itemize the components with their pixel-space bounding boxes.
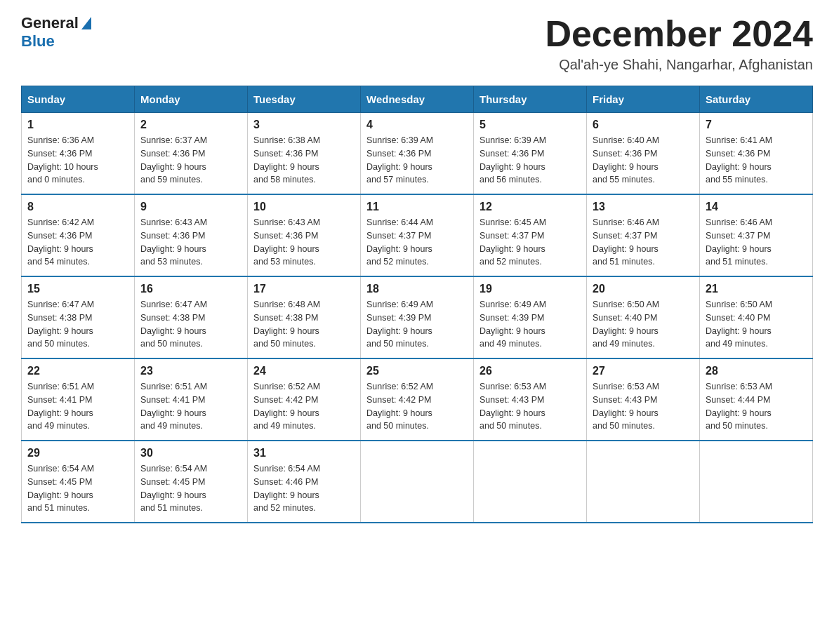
month-year-title: December 2024 xyxy=(545,14,813,54)
calendar-cell: 3Sunrise: 6:38 AMSunset: 4:36 PMDaylight… xyxy=(248,113,361,195)
logo-general-text: General xyxy=(21,14,79,32)
col-sunday: Sunday xyxy=(22,86,135,113)
day-info: Sunrise: 6:50 AMSunset: 4:40 PMDaylight:… xyxy=(706,298,807,351)
calendar-cell xyxy=(361,441,474,523)
calendar-week-row: 1Sunrise: 6:36 AMSunset: 4:36 PMDaylight… xyxy=(22,113,813,195)
calendar-cell xyxy=(474,441,587,523)
day-info: Sunrise: 6:36 AMSunset: 4:36 PMDaylight:… xyxy=(27,134,128,187)
day-info: Sunrise: 6:54 AMSunset: 4:45 PMDaylight:… xyxy=(27,462,128,515)
day-number: 26 xyxy=(479,365,581,377)
day-info: Sunrise: 6:42 AMSunset: 4:36 PMDaylight:… xyxy=(27,216,128,269)
calendar-body: 1Sunrise: 6:36 AMSunset: 4:36 PMDaylight… xyxy=(22,113,813,523)
calendar-cell: 18Sunrise: 6:49 AMSunset: 4:39 PMDayligh… xyxy=(361,276,474,358)
day-number: 28 xyxy=(706,365,807,377)
day-info: Sunrise: 6:50 AMSunset: 4:40 PMDaylight:… xyxy=(593,298,694,351)
calendar-cell: 25Sunrise: 6:52 AMSunset: 4:42 PMDayligh… xyxy=(361,358,474,441)
calendar-week-row: 22Sunrise: 6:51 AMSunset: 4:41 PMDayligh… xyxy=(22,358,813,441)
day-info: Sunrise: 6:53 AMSunset: 4:43 PMDaylight:… xyxy=(479,380,581,433)
day-number: 7 xyxy=(706,119,807,131)
calendar-week-row: 15Sunrise: 6:47 AMSunset: 4:38 PMDayligh… xyxy=(22,276,813,358)
day-number: 4 xyxy=(366,119,468,131)
col-monday: Monday xyxy=(135,86,248,113)
calendar-cell: 16Sunrise: 6:47 AMSunset: 4:38 PMDayligh… xyxy=(135,276,248,358)
day-info: Sunrise: 6:46 AMSunset: 4:37 PMDaylight:… xyxy=(593,216,694,269)
col-thursday: Thursday xyxy=(474,86,587,113)
day-number: 16 xyxy=(140,283,241,295)
calendar-cell: 21Sunrise: 6:50 AMSunset: 4:40 PMDayligh… xyxy=(700,276,813,358)
calendar-cell: 23Sunrise: 6:51 AMSunset: 4:41 PMDayligh… xyxy=(135,358,248,441)
day-number: 6 xyxy=(593,119,694,131)
day-info: Sunrise: 6:44 AMSunset: 4:37 PMDaylight:… xyxy=(366,216,468,269)
day-number: 12 xyxy=(479,201,581,213)
calendar-header: Sunday Monday Tuesday Wednesday Thursday… xyxy=(22,86,813,113)
calendar-cell: 8Sunrise: 6:42 AMSunset: 4:36 PMDaylight… xyxy=(22,194,135,276)
calendar-cell: 20Sunrise: 6:50 AMSunset: 4:40 PMDayligh… xyxy=(587,276,700,358)
calendar-cell: 31Sunrise: 6:54 AMSunset: 4:46 PMDayligh… xyxy=(248,441,361,523)
calendar-cell: 4Sunrise: 6:39 AMSunset: 4:36 PMDaylight… xyxy=(361,113,474,195)
day-number: 9 xyxy=(140,201,241,213)
day-number: 2 xyxy=(140,119,241,131)
day-info: Sunrise: 6:53 AMSunset: 4:43 PMDaylight:… xyxy=(593,380,694,433)
day-number: 17 xyxy=(253,283,355,295)
day-number: 30 xyxy=(140,447,241,459)
day-info: Sunrise: 6:51 AMSunset: 4:41 PMDaylight:… xyxy=(140,380,241,433)
day-info: Sunrise: 6:37 AMSunset: 4:36 PMDaylight:… xyxy=(140,134,241,187)
day-number: 27 xyxy=(593,365,694,377)
calendar-cell: 15Sunrise: 6:47 AMSunset: 4:38 PMDayligh… xyxy=(22,276,135,358)
day-number: 11 xyxy=(366,201,468,213)
day-number: 13 xyxy=(593,201,694,213)
day-number: 1 xyxy=(27,119,128,131)
calendar-cell: 11Sunrise: 6:44 AMSunset: 4:37 PMDayligh… xyxy=(361,194,474,276)
calendar-cell: 13Sunrise: 6:46 AMSunset: 4:37 PMDayligh… xyxy=(587,194,700,276)
calendar-cell: 5Sunrise: 6:39 AMSunset: 4:36 PMDaylight… xyxy=(474,113,587,195)
logo-triangle-icon xyxy=(81,17,91,29)
day-info: Sunrise: 6:46 AMSunset: 4:37 PMDaylight:… xyxy=(706,216,807,269)
page-header: General Blue December 2024 Qal'ah-ye Sha… xyxy=(21,14,813,73)
col-wednesday: Wednesday xyxy=(361,86,474,113)
calendar-cell: 1Sunrise: 6:36 AMSunset: 4:36 PMDaylight… xyxy=(22,113,135,195)
calendar-week-row: 29Sunrise: 6:54 AMSunset: 4:45 PMDayligh… xyxy=(22,441,813,523)
day-info: Sunrise: 6:40 AMSunset: 4:36 PMDaylight:… xyxy=(593,134,694,187)
day-info: Sunrise: 6:54 AMSunset: 4:45 PMDaylight:… xyxy=(140,462,241,515)
day-number: 22 xyxy=(27,365,128,377)
day-info: Sunrise: 6:54 AMSunset: 4:46 PMDaylight:… xyxy=(253,462,355,515)
calendar-week-row: 8Sunrise: 6:42 AMSunset: 4:36 PMDaylight… xyxy=(22,194,813,276)
calendar-cell: 17Sunrise: 6:48 AMSunset: 4:38 PMDayligh… xyxy=(248,276,361,358)
calendar-cell: 26Sunrise: 6:53 AMSunset: 4:43 PMDayligh… xyxy=(474,358,587,441)
calendar-cell: 28Sunrise: 6:53 AMSunset: 4:44 PMDayligh… xyxy=(700,358,813,441)
day-info: Sunrise: 6:39 AMSunset: 4:36 PMDaylight:… xyxy=(366,134,468,187)
calendar-cell: 24Sunrise: 6:52 AMSunset: 4:42 PMDayligh… xyxy=(248,358,361,441)
day-number: 19 xyxy=(479,283,581,295)
day-number: 31 xyxy=(253,447,355,459)
day-number: 8 xyxy=(27,201,128,213)
col-tuesday: Tuesday xyxy=(248,86,361,113)
day-info: Sunrise: 6:53 AMSunset: 4:44 PMDaylight:… xyxy=(706,380,807,433)
logo: General Blue xyxy=(21,14,91,51)
col-saturday: Saturday xyxy=(700,86,813,113)
day-number: 24 xyxy=(253,365,355,377)
day-info: Sunrise: 6:49 AMSunset: 4:39 PMDaylight:… xyxy=(366,298,468,351)
day-info: Sunrise: 6:51 AMSunset: 4:41 PMDaylight:… xyxy=(27,380,128,433)
day-info: Sunrise: 6:43 AMSunset: 4:36 PMDaylight:… xyxy=(140,216,241,269)
day-number: 5 xyxy=(479,119,581,131)
logo-blue-text: Blue xyxy=(21,32,55,51)
calendar-cell: 7Sunrise: 6:41 AMSunset: 4:36 PMDaylight… xyxy=(700,113,813,195)
logo-general: General xyxy=(21,14,91,32)
calendar-cell xyxy=(700,441,813,523)
calendar-cell: 6Sunrise: 6:40 AMSunset: 4:36 PMDaylight… xyxy=(587,113,700,195)
day-info: Sunrise: 6:39 AMSunset: 4:36 PMDaylight:… xyxy=(479,134,581,187)
day-number: 23 xyxy=(140,365,241,377)
calendar-cell: 29Sunrise: 6:54 AMSunset: 4:45 PMDayligh… xyxy=(22,441,135,523)
day-info: Sunrise: 6:47 AMSunset: 4:38 PMDaylight:… xyxy=(140,298,241,351)
calendar-cell: 30Sunrise: 6:54 AMSunset: 4:45 PMDayligh… xyxy=(135,441,248,523)
day-info: Sunrise: 6:52 AMSunset: 4:42 PMDaylight:… xyxy=(366,380,468,433)
calendar-cell: 14Sunrise: 6:46 AMSunset: 4:37 PMDayligh… xyxy=(700,194,813,276)
day-number: 29 xyxy=(27,447,128,459)
day-info: Sunrise: 6:45 AMSunset: 4:37 PMDaylight:… xyxy=(479,216,581,269)
day-info: Sunrise: 6:38 AMSunset: 4:36 PMDaylight:… xyxy=(253,134,355,187)
calendar-header-row: Sunday Monday Tuesday Wednesday Thursday… xyxy=(22,86,813,113)
calendar-cell: 27Sunrise: 6:53 AMSunset: 4:43 PMDayligh… xyxy=(587,358,700,441)
day-number: 15 xyxy=(27,283,128,295)
calendar-cell: 22Sunrise: 6:51 AMSunset: 4:41 PMDayligh… xyxy=(22,358,135,441)
day-number: 18 xyxy=(366,283,468,295)
